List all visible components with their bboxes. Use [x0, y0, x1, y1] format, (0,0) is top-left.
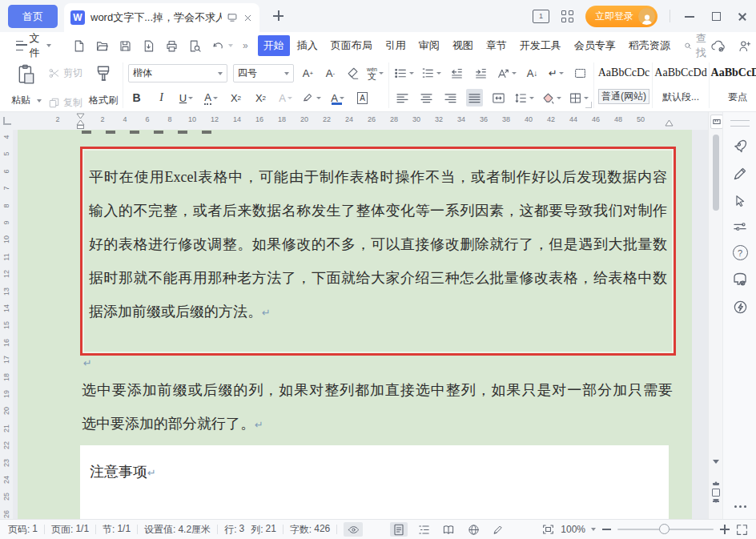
font-name-select[interactable]: 楷体: [128, 64, 227, 82]
help-icon[interactable]: ?: [733, 245, 748, 260]
paste-button[interactable]: 粘贴: [11, 64, 42, 107]
horizontal-ruler[interactable]: 2 24681012141618202224262830323436384042…: [0, 112, 722, 131]
select-browse-object-icon[interactable]: [712, 489, 720, 497]
close-window-button[interactable]: [735, 9, 750, 23]
doc-text-line[interactable]: 据添加前缀或后缀的方法。↵: [89, 295, 667, 328]
ribbon-tab-视图[interactable]: 视图: [447, 35, 479, 56]
line-spacing-icon[interactable]: [514, 89, 534, 107]
tab-selector-icon[interactable]: [3, 117, 11, 125]
cloud-sync-icon[interactable]: [710, 39, 726, 53]
note-box[interactable]: 注意事项↵: [80, 445, 669, 519]
new-tab-button[interactable]: [271, 8, 287, 24]
status-item[interactable]: 页码:1: [8, 523, 38, 537]
ruler-toggle-icon[interactable]: [710, 115, 723, 129]
increase-indent-icon[interactable]: [472, 64, 489, 82]
status-item[interactable]: 设置值:4.2厘米: [144, 523, 211, 537]
home-tab[interactable]: 首页: [8, 5, 58, 28]
increase-font-icon[interactable]: A+: [300, 65, 316, 82]
outline-view-icon[interactable]: [415, 522, 432, 537]
doc-text-line[interactable]: 选中要添加的部分就行了。↵: [82, 407, 673, 440]
ribbon-tab-会员专享[interactable]: 会员专享: [569, 35, 621, 56]
status-item[interactable]: 页面:1/1: [51, 523, 89, 537]
more-quick-icons[interactable]: »: [243, 40, 248, 51]
document-tab[interactable]: W word文字下...掉，学会不求人: [64, 3, 259, 32]
ribbon-tab-开发工具[interactable]: 开发工具: [514, 35, 567, 56]
status-item[interactable]: 节:1/1: [103, 523, 131, 537]
web-layout-icon[interactable]: [464, 522, 482, 537]
zoom-in-icon[interactable]: [720, 525, 730, 534]
font-size-select[interactable]: 四号: [233, 64, 294, 82]
show-marks-icon[interactable]: ↵: [548, 64, 565, 82]
single-page-view-icon[interactable]: 1: [533, 10, 549, 23]
status-item[interactable]: 行:3: [224, 523, 244, 537]
status-item[interactable]: 列:21: [251, 523, 276, 537]
sign-pen-icon[interactable]: [732, 166, 748, 182]
zoom-slider-thumb[interactable]: [659, 524, 670, 534]
align-center-icon[interactable]: [418, 89, 435, 107]
highlight-color-icon[interactable]: [302, 89, 321, 107]
new-document-icon[interactable]: [69, 38, 89, 54]
clear-format-icon[interactable]: [344, 65, 361, 82]
right-indent-marker[interactable]: [665, 119, 674, 127]
minimize-button[interactable]: [682, 9, 697, 23]
align-right-icon[interactable]: [442, 89, 459, 107]
decrease-indent-icon[interactable]: [448, 64, 465, 82]
style-chip[interactable]: AaBbCcDc要点: [709, 62, 756, 108]
spellcheck-eye-icon[interactable]: [344, 522, 363, 537]
first-line-indent-marker[interactable]: [76, 113, 85, 129]
page-view-icon[interactable]: [390, 522, 408, 537]
shading-icon[interactable]: [541, 89, 561, 107]
scroll-down-icon[interactable]: [713, 460, 719, 464]
font-color-icon[interactable]: A: [329, 89, 346, 107]
style-chip[interactable]: AaBbCcDd默认段...: [652, 62, 709, 108]
pinyin-guide-icon[interactable]: wén文: [367, 65, 384, 82]
char-border-icon[interactable]: A: [354, 89, 371, 107]
quick-tools-rocket-icon[interactable]: [732, 138, 748, 154]
format-painter-button[interactable]: 格式刷: [89, 64, 118, 107]
italic-icon[interactable]: I: [153, 89, 170, 107]
distribute-icon[interactable]: [490, 89, 507, 107]
vertical-ruler[interactable]: 4567891011121314151617181920212223242526: [0, 130, 14, 519]
save-icon[interactable]: [115, 38, 135, 54]
close-document-icon[interactable]: [243, 13, 253, 23]
settings-sliders-icon[interactable]: [733, 220, 747, 233]
invite-collaborate-icon[interactable]: [738, 39, 752, 53]
scrollbar-thumb[interactable]: [713, 135, 719, 211]
next-page-icon[interactable]: [713, 501, 719, 517]
screencast-icon[interactable]: [227, 12, 238, 23]
bullet-list-icon[interactable]: [394, 64, 414, 82]
workspace-grid-icon[interactable]: [561, 10, 573, 22]
numbered-list-icon[interactable]: [421, 64, 441, 82]
ribbon-tab-审阅[interactable]: 审阅: [413, 35, 445, 56]
maximize-button[interactable]: [709, 9, 723, 23]
superscript-icon[interactable]: X2: [227, 89, 244, 107]
previous-page-icon[interactable]: [713, 468, 719, 485]
zoom-out-icon[interactable]: [602, 529, 611, 530]
style-chip[interactable]: AaBbCcDc普通(网站): [596, 62, 652, 108]
justify-icon[interactable]: [466, 89, 483, 107]
export-pdf-icon[interactable]: [139, 38, 159, 54]
file-menu[interactable]: 文件: [8, 30, 54, 62]
doc-text-line[interactable]: 平时在使用Excel表格中，可能由于制作表格时操作不当，或者制作好以后发现数据内…: [89, 160, 667, 194]
decrease-font-icon[interactable]: A-: [322, 65, 339, 82]
skin-center-icon[interactable]: [732, 272, 748, 288]
bold-icon[interactable]: B: [128, 89, 145, 107]
zoom-slider[interactable]: [617, 529, 714, 530]
sort-icon[interactable]: A↓: [524, 64, 541, 82]
efficiency-lightning-icon[interactable]: [733, 300, 748, 315]
boxed-paragraph[interactable]: 平时在使用Excel表格中，可能由于制作表格时操作不当，或者制作好以后发现数据内…: [89, 160, 667, 328]
open-icon[interactable]: [92, 38, 112, 54]
ribbon-tab-插入[interactable]: 插入: [292, 35, 324, 56]
copy-button[interactable]: 复制: [48, 96, 82, 110]
find-button[interactable]: 查找: [684, 31, 710, 60]
second-paragraph[interactable]: 选中要添加前缀或后缀的列，如果对整列都加直接选中整列，如果只是对一部分加只需要选…: [82, 373, 673, 440]
text-effects-icon[interactable]: A: [277, 89, 294, 107]
highlighted-text-box[interactable]: 平时在使用Excel表格中，可能由于制作表格时操作不当，或者制作好以后发现数据内…: [80, 147, 676, 356]
login-button[interactable]: 立即登录: [585, 6, 657, 27]
document-page[interactable]: 平时在使用Excel表格中，可能由于制作表格时操作不当，或者制作好以后发现数据内…: [18, 130, 692, 519]
fit-page-icon[interactable]: [542, 524, 554, 535]
zoom-level[interactable]: 100%: [561, 524, 596, 535]
ribbon-tab-页面布局[interactable]: 页面布局: [325, 35, 378, 56]
char-scale-icon[interactable]: [497, 64, 517, 82]
cut-button[interactable]: 剪切: [48, 66, 82, 80]
